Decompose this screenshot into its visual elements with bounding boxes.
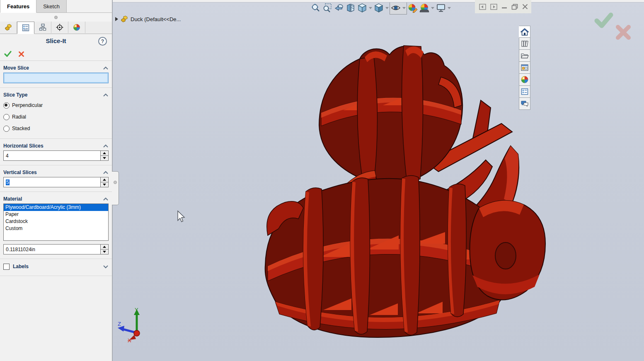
feature-manager-icon [5, 24, 12, 31]
expand-chevron-icon[interactable] [103, 264, 109, 269]
radio-radial[interactable]: Radial [3, 111, 109, 123]
appearances-ball-icon [521, 75, 529, 84]
property-manager-actions [0, 47, 112, 61]
section-horizontal-slices: Horizontal Slices 4 [0, 139, 112, 165]
zoom-to-area-icon[interactable] [322, 2, 333, 14]
radio-button-icon[interactable] [3, 114, 10, 120]
section-material: Material Plywood/Cardboard/Acrylic (3mm)… [0, 192, 112, 259]
collapse-chevron-icon[interactable] [103, 144, 109, 148]
confirm-cancel-icon[interactable] [615, 24, 632, 41]
pane-left-button[interactable] [479, 4, 486, 10]
vertical-slices-input[interactable]: 5 [3, 177, 100, 187]
material-listbox[interactable]: Plywood/Cardboard/Acrylic (3mm) Paper Ca… [3, 204, 109, 241]
material-option[interactable]: Custom [4, 225, 108, 232]
spinner-down-button[interactable] [101, 156, 108, 160]
panel-splitter-handle[interactable] [0, 13, 112, 22]
slice-type-label: Slice Type [3, 92, 27, 98]
configuration-manager-tab[interactable] [34, 22, 51, 33]
apply-scene-icon[interactable] [419, 2, 430, 14]
section-view-icon[interactable] [345, 2, 356, 14]
graphics-viewport[interactable]: Duck (Default<<De... [113, 0, 644, 361]
tree-expand-icon[interactable] [115, 17, 118, 21]
spinner-up-button[interactable] [101, 245, 108, 250]
confirm-ok-icon[interactable] [594, 12, 613, 29]
view-settings-icon[interactable] [435, 2, 447, 14]
material-option[interactable]: Cardstock [4, 218, 108, 225]
feature-manager-tab[interactable] [0, 22, 17, 33]
material-option[interactable]: Plywood/Cardboard/Acrylic (3mm) [4, 204, 108, 211]
material-thickness-spinner [100, 244, 109, 254]
radio-button-icon[interactable] [3, 126, 10, 132]
heads-up-toolbar [310, 1, 452, 15]
horizontal-slices-input[interactable]: 4 [3, 150, 100, 161]
viewport-top-strip [113, 0, 644, 2]
minimize-button[interactable] [501, 4, 507, 10]
zoom-to-fit-icon[interactable] [310, 2, 322, 14]
move-slice-input[interactable] [3, 73, 109, 83]
radio-perpendicular[interactable]: Perpendicular [3, 99, 109, 111]
radio-label: Perpendicular [12, 102, 43, 108]
tab-sketch[interactable]: Sketch [36, 0, 67, 12]
radio-label: Radial [12, 114, 26, 120]
previous-view-icon[interactable] [333, 2, 345, 14]
section-slice-type: Slice Type Perpendicular Radial Stacked [0, 88, 112, 139]
property-manager-icon [22, 24, 29, 31]
view-settings-dropdown-icon[interactable] [447, 2, 452, 14]
view-orientation-icon[interactable] [356, 2, 368, 14]
spinner-up-button[interactable] [101, 177, 108, 182]
section-vertical-slices: Vertical Slices 5 [0, 165, 112, 192]
vertical-slices-spinner [100, 177, 109, 187]
task-pane-tab-forum[interactable] [519, 98, 530, 110]
duck-model[interactable] [113, 0, 644, 361]
task-pane-tab-design-library[interactable] [519, 38, 530, 50]
labels-checkbox[interactable] [3, 264, 10, 270]
view-orientation-dropdown-icon[interactable] [368, 2, 373, 14]
hide-show-items-dropdown-icon[interactable] [402, 2, 407, 14]
dimxpert-manager-tab[interactable] [51, 22, 68, 33]
material-thickness-input[interactable]: 0.11811024in [3, 244, 100, 254]
ok-button[interactable] [4, 51, 12, 57]
help-icon[interactable]: ? [98, 37, 107, 46]
folder-icon [521, 51, 529, 60]
display-manager-tab[interactable] [68, 22, 85, 33]
collapse-chevron-icon[interactable] [103, 197, 109, 201]
radio-label: Stacked [12, 126, 30, 131]
task-pane-tab-custom-properties[interactable] [519, 86, 530, 98]
collapse-chevron-icon[interactable] [103, 93, 109, 97]
property-manager-panel: Features Sketch Slice-It ? [0, 0, 113, 361]
section-move-slice: Move Slice [0, 61, 112, 88]
restore-button[interactable] [511, 4, 518, 10]
feature-tree-root[interactable]: Duck (Default<<De... [115, 16, 181, 22]
edit-appearance-icon[interactable] [407, 2, 419, 14]
property-manager-tab[interactable] [17, 22, 34, 34]
dimxpert-manager-icon [56, 24, 63, 31]
hide-show-items-button[interactable] [390, 1, 407, 15]
task-pane-tab-appearances[interactable] [519, 74, 530, 86]
radio-stacked[interactable]: Stacked [3, 123, 109, 134]
apply-scene-dropdown-icon[interactable] [430, 2, 435, 14]
display-style-icon[interactable] [373, 2, 385, 14]
task-pane-tab-file-explorer[interactable] [519, 50, 530, 62]
collapse-chevron-icon[interactable] [103, 170, 109, 174]
tab-features[interactable]: Features [0, 0, 36, 13]
horizontal-slices-spinner [100, 150, 109, 161]
radio-button-icon[interactable] [3, 102, 10, 109]
spinner-down-button[interactable] [101, 250, 108, 254]
spinner-up-button[interactable] [101, 151, 108, 156]
pane-right-button[interactable] [490, 4, 497, 10]
mouse-cursor [176, 210, 186, 223]
cancel-button[interactable] [18, 51, 24, 57]
page-title: Slice-It [46, 37, 66, 44]
feature-tree-root-label[interactable]: Duck (Default<<De... [131, 16, 181, 22]
task-pane-tab-view-palette[interactable] [519, 62, 530, 74]
display-manager-icon [73, 24, 80, 31]
close-button[interactable] [522, 4, 528, 10]
window-controls [475, 0, 531, 13]
task-pane-tab-home[interactable] [519, 26, 530, 38]
panel-flyout-handle[interactable] [112, 171, 119, 205]
material-option[interactable]: Paper [4, 211, 108, 218]
display-style-dropdown-icon[interactable] [385, 2, 390, 14]
hide-show-items-icon[interactable] [390, 2, 402, 14]
collapse-chevron-icon[interactable] [103, 66, 109, 70]
spinner-down-button[interactable] [101, 182, 108, 187]
